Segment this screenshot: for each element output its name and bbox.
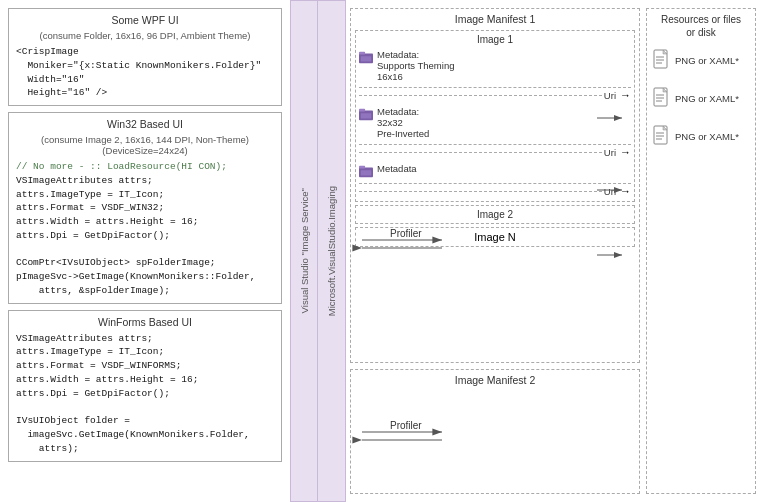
win32-title: Win32 Based UI: [16, 118, 274, 130]
manifest-2-title: Image Manifest 2: [355, 374, 635, 386]
profiler-label-2: Profiler: [390, 420, 422, 431]
wpf-code-box: Some WPF UI (consume Folder, 16x16, 96 D…: [8, 8, 282, 106]
manifest-1-title: Image Manifest 1: [355, 13, 635, 25]
metadata-item-3: Metadata: [359, 161, 631, 180]
winforms-code: VSImageAttributes attrs; attrs.ImageType…: [16, 332, 274, 456]
file-icon-1: [653, 49, 671, 71]
file-icon-2: [653, 87, 671, 109]
svg-rect-17: [361, 113, 372, 118]
uri-label-1: Uri: [604, 90, 616, 101]
folder-icon-1: [359, 50, 373, 64]
win32-subtitle: (consume Image 2, 16x16, 144 DPI, Non-Th…: [16, 134, 274, 156]
metadata-text-1: Metadata: Supports Theming 16x16: [377, 49, 454, 82]
file-item-1: PNG or XAML*: [651, 43, 751, 77]
svg-rect-13: [359, 52, 365, 55]
vs-service-bar: Visual Studio "Image Service": [290, 0, 318, 502]
image-n-title: Image N: [474, 231, 516, 243]
folder-icon-3: [359, 164, 373, 178]
svg-rect-20: [361, 170, 372, 175]
diagram-container: Some WPF UI (consume Folder, 16x16, 96 D…: [0, 0, 764, 502]
metadata-text-3: Metadata: [377, 163, 417, 174]
image-1-group: Image 1 Metadata: Supports Theming 16x16: [355, 30, 635, 202]
uri-line-3: Uri →: [359, 183, 631, 197]
image-manifest-1: Image Manifest 1 Image 1 Metadata: Suppo…: [350, 8, 640, 363]
wpf-subtitle: (consume Folder, 16x16, 96 DPI, Ambient …: [16, 30, 274, 41]
file-label-2: PNG or XAML*: [675, 93, 739, 104]
uri-label-2: Uri: [604, 147, 616, 158]
middle-panel: Visual Studio "Image Service" Microsoft.…: [290, 0, 350, 502]
win32-comment: // No more - :: LoadResource(HI CON);: [16, 161, 227, 172]
wpf-code: <CrispImage Moniker="{x:Static KnownMoni…: [16, 45, 274, 100]
svg-rect-19: [359, 166, 365, 169]
file-label-1: PNG or XAML*: [675, 55, 739, 66]
ms-service-bar: Microsoft.VisualStudio.Imaging: [318, 0, 346, 502]
metadata-text-2: Metadata: 32x32 Pre-Inverted: [377, 106, 429, 139]
resources-section: Resources or files or disk PNG or XAML*: [646, 8, 756, 494]
ms-service-label: Microsoft.VisualStudio.Imaging: [326, 186, 337, 316]
image-manifest-2: Image Manifest 2: [350, 369, 640, 494]
svg-rect-16: [359, 109, 365, 112]
win32-code: // No more - :: LoadResource(HI CON); VS…: [16, 160, 274, 298]
image-1-title: Image 1: [359, 34, 631, 45]
uri-label-3: Uri: [604, 186, 616, 197]
metadata-item-2: Metadata: 32x32 Pre-Inverted: [359, 104, 631, 141]
winforms-title: WinForms Based UI: [16, 316, 274, 328]
metadata-item-1: Metadata: Supports Theming 16x16: [359, 47, 631, 84]
image-2-title: Image 2: [359, 209, 631, 220]
file-label-3: PNG or XAML*: [675, 131, 739, 142]
uri-line-2: Uri →: [359, 144, 631, 158]
winforms-code-box: WinForms Based UI VSImageAttributes attr…: [8, 310, 282, 462]
file-icon-3: [653, 125, 671, 147]
image-2-group: Image 2: [355, 205, 635, 224]
profiler-label-1: Profiler: [390, 228, 422, 239]
left-panel: Some WPF UI (consume Folder, 16x16, 96 D…: [0, 0, 290, 502]
win32-code-box: Win32 Based UI (consume Image 2, 16x16, …: [8, 112, 282, 304]
file-item-2: PNG or XAML*: [651, 81, 751, 115]
uri-line-1: Uri →: [359, 87, 631, 101]
resources-title: Resources or files or disk: [651, 13, 751, 39]
svg-rect-14: [361, 56, 372, 61]
vs-service-label: Visual Studio "Image Service": [299, 188, 310, 313]
folder-icon-2: [359, 107, 373, 121]
file-item-3: PNG or XAML*: [651, 119, 751, 153]
wpf-title: Some WPF UI: [16, 14, 274, 26]
